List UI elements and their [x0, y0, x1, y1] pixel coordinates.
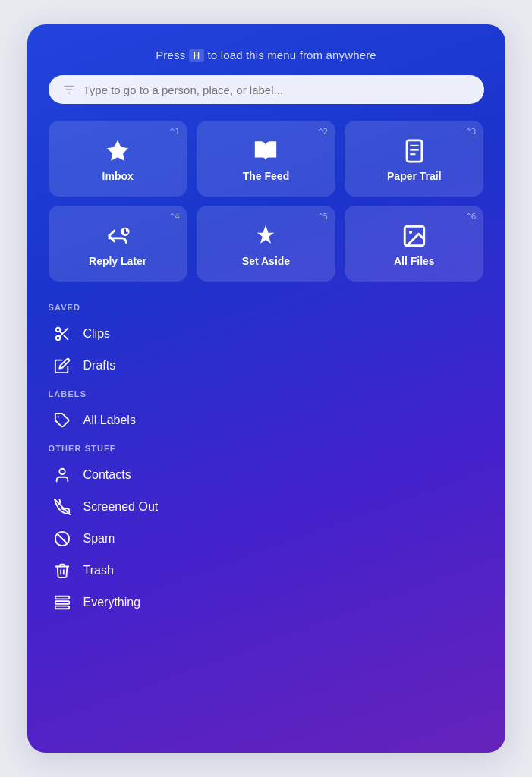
- svg-rect-23: [55, 596, 68, 599]
- shortcut-reply-later: ^4: [170, 212, 180, 222]
- tile-all-files-label: All Files: [394, 255, 435, 267]
- tile-the-feed-label: The Feed: [243, 170, 289, 182]
- nav-tiles-grid: ^1 Imbox ^2 The Feed ^3: [49, 121, 484, 282]
- svg-line-22: [57, 534, 67, 544]
- paper-trail-icon: [401, 138, 427, 164]
- contacts-label: Contacts: [83, 468, 131, 482]
- menu-item-screened-out[interactable]: Screened Out: [49, 491, 484, 523]
- svg-line-16: [64, 335, 68, 339]
- section-header-saved: SAVED: [49, 303, 484, 312]
- tile-imbox-label: Imbox: [102, 170, 134, 182]
- section-labels: LABELS All Labels: [49, 389, 484, 436]
- search-input[interactable]: [83, 83, 471, 96]
- main-card: Press H to load this menu from anywhere …: [27, 24, 505, 753]
- tile-set-aside[interactable]: ^5 Set Aside: [197, 206, 335, 282]
- tile-reply-later-label: Reply Later: [89, 255, 146, 267]
- menu-item-contacts[interactable]: Contacts: [49, 459, 484, 491]
- tile-reply-later[interactable]: ^4 Reply Later: [49, 206, 187, 282]
- menu-item-all-labels[interactable]: All Labels: [49, 404, 484, 436]
- drafts-label: Drafts: [83, 359, 116, 373]
- screened-icon: [52, 499, 73, 515]
- image-icon: [401, 223, 427, 249]
- shortcut-all-files: ^6: [466, 212, 476, 222]
- star-icon: [105, 138, 131, 164]
- tile-the-feed[interactable]: ^2 The Feed: [197, 121, 335, 197]
- stack-icon: [52, 594, 73, 611]
- label-icon: [52, 412, 73, 429]
- tile-paper-trail[interactable]: ^3 Paper Trail: [345, 121, 483, 197]
- tile-paper-trail-label: Paper Trail: [387, 170, 442, 182]
- reply-later-icon: [105, 223, 131, 249]
- search-bar[interactable]: [49, 75, 484, 104]
- menu-item-drafts[interactable]: Drafts: [49, 350, 484, 382]
- all-labels-label: All Labels: [83, 414, 136, 427]
- spam-icon: [52, 530, 73, 547]
- menu-item-everything[interactable]: Everything: [49, 587, 484, 618]
- svg-rect-24: [55, 601, 68, 604]
- svg-rect-25: [55, 606, 68, 609]
- shortcut-imbox: ^1: [170, 127, 180, 137]
- trash-label: Trash: [83, 564, 114, 577]
- section-header-labels: LABELS: [49, 389, 484, 398]
- scissors-icon: [52, 326, 73, 342]
- trash-icon: [52, 562, 73, 579]
- screened-out-label: Screened Out: [83, 500, 159, 514]
- menu-item-clips[interactable]: Clips: [49, 318, 484, 350]
- menu-item-trash[interactable]: Trash: [49, 555, 484, 587]
- hotkey-badge: H: [189, 49, 205, 62]
- svg-rect-4: [407, 140, 422, 162]
- shortcut-set-aside: ^5: [318, 212, 328, 222]
- svg-marker-3: [107, 140, 128, 161]
- feed-icon: [253, 138, 279, 164]
- section-header-other-stuff: OTHER STUFF: [49, 444, 484, 453]
- svg-line-17: [59, 331, 62, 334]
- shortcut-the-feed: ^2: [318, 127, 328, 137]
- menu-item-spam[interactable]: Spam: [49, 523, 484, 555]
- shortcut-paper-trail: ^3: [466, 127, 476, 137]
- filter-icon: [62, 83, 76, 96]
- section-other-stuff: OTHER STUFF Contacts Screened Out: [49, 444, 484, 618]
- person-icon: [52, 467, 73, 483]
- section-saved: SAVED Clips Drafts: [49, 303, 484, 382]
- pin-icon: [253, 223, 279, 249]
- tile-imbox[interactable]: ^1 Imbox: [49, 121, 187, 197]
- edit-icon: [52, 357, 73, 374]
- tile-set-aside-label: Set Aside: [242, 255, 290, 267]
- tile-all-files[interactable]: ^6 All Files: [345, 206, 483, 282]
- spam-label: Spam: [83, 532, 115, 546]
- everything-label: Everything: [83, 596, 141, 609]
- clips-label: Clips: [83, 327, 111, 341]
- hint-bar: Press H to load this menu from anywhere: [49, 49, 484, 61]
- svg-point-12: [409, 231, 412, 234]
- svg-point-19: [59, 469, 65, 474]
